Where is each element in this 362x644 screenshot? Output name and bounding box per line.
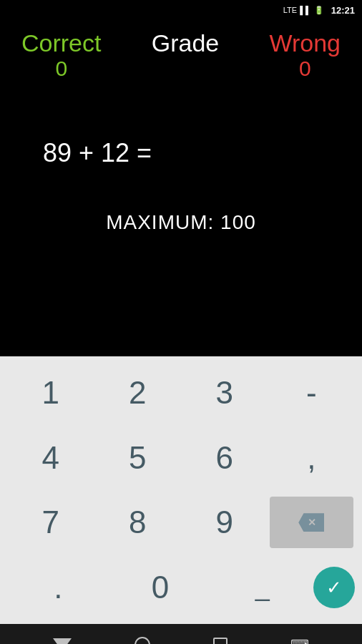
key-7[interactable]: 7	[9, 490, 93, 555]
maximum-area: MAXIMUM: 100	[0, 211, 362, 234]
nav-recents-button[interactable]	[213, 638, 228, 644]
wrong-label: Wrong	[269, 30, 341, 57]
quiz-area: Correct 0 Grade Wrong 0 89 + 12 = MAXIMU…	[0, 20, 362, 356]
keypad-row-3: 7 8 9 ✕	[0, 490, 362, 555]
key-dot[interactable]: .	[9, 555, 108, 620]
correct-label: Correct	[21, 30, 101, 57]
key-6[interactable]: 6	[182, 426, 267, 491]
back-triangle-icon	[53, 638, 72, 644]
key-comma[interactable]: ,	[270, 426, 354, 491]
key-underscore[interactable]: _	[212, 555, 312, 620]
grade-label: Grade	[152, 30, 220, 57]
keypad-row-2: 4 5 6 ,	[0, 426, 362, 491]
key-0[interactable]: 0	[111, 555, 210, 620]
key-1[interactable]: 1	[9, 361, 93, 426]
battery-icon: 🔋	[314, 6, 324, 15]
status-icons: LTE ▌▌ 🔋 12:21	[283, 5, 355, 16]
keypad-row-1: 1 2 3 -	[0, 361, 362, 426]
nav-keyboard-button[interactable]: ⌨	[290, 637, 309, 644]
status-bar: LTE ▌▌ 🔋 12:21	[0, 0, 362, 20]
correct-count: 0	[55, 57, 67, 81]
correct-section: Correct 0	[21, 30, 101, 81]
checkmark-icon: ✓	[326, 578, 342, 597]
nav-back-button[interactable]	[53, 638, 72, 644]
recents-square-icon	[213, 638, 228, 644]
key-5[interactable]: 5	[96, 426, 180, 491]
keyboard-icon: ⌨	[290, 637, 309, 644]
key-9[interactable]: 9	[182, 490, 267, 555]
backspace-x-icon: ✕	[308, 517, 316, 528]
time-display: 12:21	[331, 5, 355, 16]
wrong-section: Wrong 0	[269, 30, 341, 81]
equation-area: 89 + 12 =	[0, 138, 362, 168]
equation-display: 89 + 12 =	[43, 138, 152, 167]
key-minus[interactable]: -	[270, 361, 354, 426]
nav-home-button[interactable]	[134, 637, 150, 644]
grade-section: Grade	[152, 30, 220, 57]
nav-bar: ⌨	[0, 624, 362, 644]
key-confirm[interactable]: ✓	[313, 567, 355, 608]
maximum-hint: MAXIMUM: 100	[106, 211, 256, 233]
keypad-area: 1 2 3 - 4 5 6 , 7 8 9 ✕ . 0 _ ✓	[0, 356, 362, 624]
score-row: Correct 0 Grade Wrong 0	[0, 20, 362, 81]
backspace-shape: ✕	[298, 513, 324, 532]
key-2[interactable]: 2	[96, 361, 180, 426]
signal-icon: ▌▌	[300, 6, 311, 14]
key-backspace[interactable]: ✕	[270, 497, 354, 548]
key-4[interactable]: 4	[9, 426, 93, 491]
wrong-count: 0	[299, 57, 311, 81]
key-3[interactable]: 3	[182, 361, 267, 426]
key-8[interactable]: 8	[96, 490, 180, 555]
keypad-row-4: . 0 _ ✓	[0, 555, 362, 620]
home-circle-icon	[134, 637, 150, 644]
lte-icon: LTE	[283, 6, 297, 14]
